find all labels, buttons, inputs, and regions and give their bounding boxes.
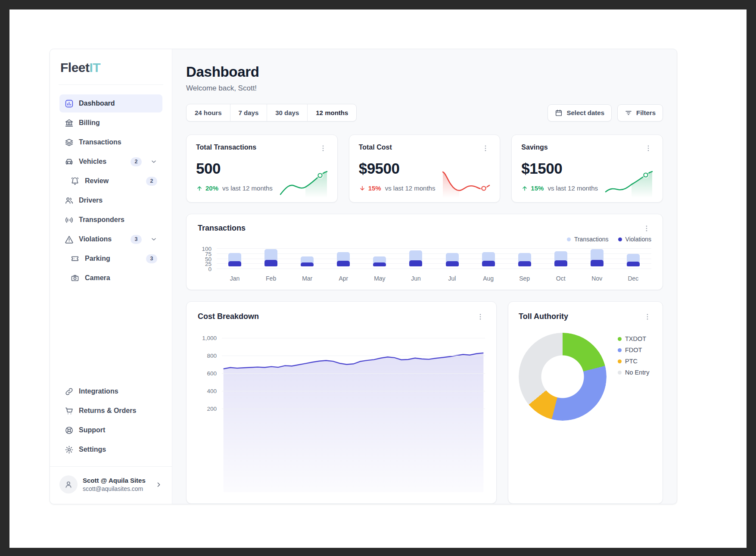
- legend-item[interactable]: Violations: [618, 236, 651, 243]
- sidebar-item-parking[interactable]: Parking 3: [59, 250, 162, 268]
- bar-violations[interactable]: [228, 261, 241, 266]
- sidebar-item-settings[interactable]: Settings: [59, 440, 162, 459]
- sidebar-item-label: Returns & Orders: [79, 407, 136, 415]
- bar-group[interactable]: [217, 249, 253, 269]
- donut-ring[interactable]: [519, 333, 607, 421]
- x-tick-label: Apr: [325, 275, 361, 282]
- bar-violations[interactable]: [518, 261, 531, 266]
- broadcast-icon: [65, 216, 74, 225]
- bar-violations[interactable]: [264, 260, 277, 266]
- sidebar: FleetIT Dashboard Billing Transactions: [50, 49, 172, 504]
- avatar: [59, 475, 78, 494]
- legend-label: Transactions: [574, 236, 609, 243]
- sidebar-item-billing[interactable]: Billing: [59, 114, 162, 132]
- sidebar-item-violations[interactable]: Violations 3: [59, 230, 162, 248]
- bar-violations[interactable]: [554, 260, 567, 266]
- calendar-icon: [555, 109, 563, 117]
- bar-chart: 0255075100: [198, 249, 651, 269]
- transactions-chart-card: Transactions TransactionsViolations 0255…: [186, 214, 663, 290]
- chevron-right-icon[interactable]: [155, 481, 162, 488]
- y-tick-label: 100: [202, 246, 212, 252]
- sidebar-item-dashboard[interactable]: Dashboard: [59, 94, 162, 112]
- legend-item[interactable]: TXDOT: [618, 335, 649, 342]
- stat-note: vs last 12 months: [385, 184, 436, 192]
- sidebar-spacer: [59, 287, 162, 382]
- bar-violations[interactable]: [482, 261, 495, 266]
- range-24-hours[interactable]: 24 hours: [187, 104, 230, 121]
- sidebar-item-camera[interactable]: Camera: [59, 269, 162, 287]
- bar-group[interactable]: [507, 249, 543, 269]
- stat-delta: 15%: [368, 184, 381, 192]
- kebab-menu-button[interactable]: [642, 224, 651, 233]
- bar-group[interactable]: [615, 249, 651, 269]
- sidebar-item-drivers[interactable]: Drivers: [59, 191, 162, 209]
- bar-violations[interactable]: [301, 262, 314, 266]
- bar-violations[interactable]: [591, 260, 604, 266]
- bar-group[interactable]: [253, 249, 289, 269]
- profile-row[interactable]: Scott @ Aquila Sites scott@aquilasites.c…: [59, 475, 162, 494]
- sidebar-item-transponders[interactable]: Transponders: [59, 211, 162, 229]
- arrow-up-icon: [521, 185, 528, 192]
- bar-violations[interactable]: [446, 261, 459, 266]
- filters-button[interactable]: Filters: [617, 104, 663, 122]
- range-30-days[interactable]: 30 days: [267, 104, 307, 121]
- sidebar-item-support[interactable]: Support: [59, 421, 162, 439]
- sidebar-item-integrations[interactable]: Integrations: [59, 382, 162, 400]
- range-12-months[interactable]: 12 months: [307, 104, 356, 121]
- brand-logo: FleetIT: [59, 60, 162, 75]
- legend-dot: [618, 337, 622, 341]
- bar-violations[interactable]: [373, 262, 386, 266]
- bar-group[interactable]: [579, 249, 615, 269]
- gridline: [222, 373, 485, 374]
- sidebar-item-label: Dashboard: [79, 100, 115, 107]
- range-7-days[interactable]: 7 days: [230, 104, 267, 121]
- donut-legend: TXDOTFDOTPTCNo Entry: [618, 335, 649, 421]
- gridline: [222, 356, 485, 356]
- brand-primary: Fleet: [60, 60, 90, 75]
- arrow-down-icon: [359, 185, 366, 192]
- kebab-menu-button[interactable]: [643, 312, 652, 322]
- kebab-menu-button[interactable]: [481, 144, 490, 153]
- bar-group[interactable]: [289, 249, 325, 269]
- legend-item[interactable]: Transactions: [567, 236, 609, 243]
- bar-violations[interactable]: [627, 262, 640, 266]
- bar-violations[interactable]: [409, 260, 422, 266]
- stat-cards-row: Total Transactions 500 20% vs last 12 mo…: [186, 134, 663, 203]
- profile-email: scott@aquilasites.com: [83, 485, 146, 492]
- stat-note: vs last 12 months: [222, 184, 273, 192]
- kebab-menu-button[interactable]: [644, 144, 653, 153]
- legend-item[interactable]: No Entry: [618, 369, 649, 376]
- layers-icon: [65, 138, 74, 147]
- stat-note: vs last 12 months: [548, 184, 598, 192]
- sidebar-nav: Dashboard Billing Transactions Vehicles …: [59, 94, 162, 287]
- gear-icon: [65, 445, 74, 454]
- bar-group[interactable]: [398, 249, 434, 269]
- sidebar-item-label: Support: [79, 426, 105, 434]
- bar-violations[interactable]: [337, 261, 350, 266]
- sidebar-item-vehicles[interactable]: Vehicles 2: [59, 153, 162, 171]
- car-icon: [65, 157, 74, 166]
- bar-group[interactable]: [361, 249, 398, 269]
- bar-group[interactable]: [543, 249, 579, 269]
- chevron-down-icon[interactable]: [150, 236, 157, 243]
- x-tick-label: Aug: [470, 275, 507, 282]
- kebab-menu-button[interactable]: [476, 312, 485, 322]
- bar-group[interactable]: [325, 249, 361, 269]
- kebab-menu-button[interactable]: [318, 144, 328, 153]
- life-buoy-icon: [65, 426, 74, 435]
- bar-group[interactable]: [470, 249, 507, 269]
- legend-item[interactable]: PTC: [618, 358, 649, 365]
- sidebar-item-transactions[interactable]: Transactions: [59, 133, 162, 151]
- select-dates-button[interactable]: Select dates: [548, 104, 612, 122]
- chevron-down-icon[interactable]: [150, 158, 157, 165]
- sidebar-item-review[interactable]: Review 2: [59, 172, 162, 190]
- legend-item[interactable]: FDOT: [618, 347, 649, 353]
- sidebar-item-label: Transactions: [79, 138, 121, 146]
- select-dates-label: Select dates: [566, 109, 604, 116]
- bar-group[interactable]: [434, 249, 470, 269]
- app-page: FleetIT Dashboard Billing Transactions: [9, 9, 747, 548]
- sidebar-item-returns-orders[interactable]: Returns & Orders: [59, 402, 162, 420]
- arrow-up-icon: [196, 185, 203, 192]
- sidebar-item-label: Violations: [79, 235, 112, 243]
- x-tick-label: Mar: [289, 275, 325, 282]
